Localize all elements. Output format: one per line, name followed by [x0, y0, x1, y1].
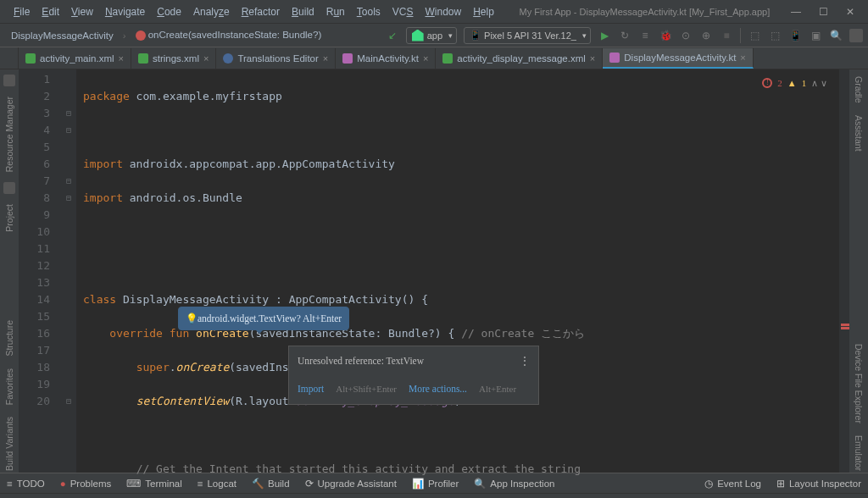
menu-code[interactable]: Code	[152, 3, 186, 20]
inspection-badge[interactable]: !2 ▲1 ∧ ∨	[762, 75, 827, 91]
menu-run[interactable]: Run	[321, 3, 350, 20]
debug-icon[interactable]: 🐞	[659, 29, 672, 42]
coverage-icon[interactable]: ⊙	[679, 29, 693, 42]
tab-strings[interactable]: strings.xml×	[131, 48, 216, 69]
android-icon	[412, 30, 424, 42]
kotlin-icon	[609, 53, 620, 63]
tool-project[interactable]: Project	[4, 202, 14, 234]
menu-view[interactable]: View	[66, 3, 98, 20]
sync-icon[interactable]: ↙	[386, 29, 399, 42]
breadcrumb[interactable]: DisplayMessageActivity › onCreate(savedI…	[5, 27, 327, 43]
left-tool-strip: Resource Manager Project Structure Favor…	[0, 69, 19, 473]
popup-title: Unresolved reference: TextView	[298, 352, 424, 369]
project-icon[interactable]	[3, 182, 15, 194]
tab-translations[interactable]: Translations Editor×	[216, 48, 336, 69]
menu-window[interactable]: Window	[420, 3, 466, 20]
run-icon[interactable]: ▶	[598, 29, 611, 42]
minimize-button[interactable]: —	[790, 6, 802, 18]
tool-device-explorer[interactable]: Device File Explorer	[854, 342, 864, 425]
menu-analyze[interactable]: Analyze	[188, 3, 235, 20]
line-gutter: 1234567891011121314151617181920	[19, 69, 61, 473]
attach-icon[interactable]: ⊕	[699, 29, 713, 42]
resource-mgr-icon[interactable]	[3, 75, 15, 86]
menu-help[interactable]: Help	[468, 3, 499, 20]
intention-popup[interactable]: Unresolved reference: TextView⋮ Import A…	[288, 346, 539, 405]
crumb-class[interactable]: DisplayMessageActivity	[5, 28, 120, 43]
close-icon[interactable]: ×	[323, 53, 328, 64]
run-config-select[interactable]: app	[406, 27, 457, 44]
xml-icon	[138, 53, 148, 64]
menu-edit[interactable]: Edit	[36, 3, 64, 20]
tab-activity-main[interactable]: activity_main.xml×	[19, 48, 131, 69]
menu-build[interactable]: Build	[287, 3, 320, 20]
code-editor[interactable]: 1234567891011121314151617181920 ⊟⊟⊟⊟⊟ pa…	[19, 69, 849, 473]
menu-tools[interactable]: Tools	[352, 3, 386, 20]
device-select[interactable]: 📱 Pixel 5 API 31 Ver.12_	[464, 27, 591, 44]
error-icon: !	[762, 78, 772, 88]
close-icon[interactable]: ×	[423, 53, 428, 64]
tool-emulator[interactable]: Emulator	[854, 434, 864, 473]
xml-icon	[442, 53, 453, 64]
import-action[interactable]: Import	[298, 380, 324, 397]
menu-file[interactable]: File	[8, 3, 35, 20]
tool-assistant[interactable]: Assistant	[854, 113, 864, 153]
menu-vcs[interactable]: VCS	[387, 3, 419, 20]
kotlin-icon	[342, 53, 353, 64]
warning-icon: ▲	[787, 75, 797, 91]
toolbar: DisplayMessageActivity › onCreate(savedI…	[0, 24, 868, 47]
tool-resource-manager[interactable]: Resource Manager	[4, 95, 14, 174]
close-button[interactable]: ✕	[844, 6, 856, 18]
tab-activity-display[interactable]: activity_display_message.xml×	[436, 48, 603, 69]
stop-icon[interactable]: ■	[720, 29, 733, 42]
maximize-button[interactable]: ☐	[817, 6, 829, 18]
menu-navigate[interactable]: Navigate	[100, 3, 150, 20]
globe-icon	[223, 53, 233, 64]
user-icon[interactable]	[849, 29, 863, 42]
tab-main-activity[interactable]: MainActivity.kt×	[336, 48, 436, 69]
code-area[interactable]: package com.example.myfirstapp import an…	[76, 69, 839, 473]
close-icon[interactable]: ×	[740, 53, 745, 63]
popup-more-icon[interactable]: ⋮	[520, 352, 530, 369]
profile-icon[interactable]: ≡	[638, 29, 652, 42]
right-tool-strip: Gradle Assistant Device File Explorer Em…	[849, 69, 868, 473]
close-icon[interactable]: ×	[590, 53, 595, 64]
tab-display-message-activity[interactable]: DisplayMessageActivity.kt×	[603, 48, 754, 69]
close-icon[interactable]: ×	[203, 53, 209, 64]
tool-gradle[interactable]: Gradle	[854, 75, 864, 105]
menu-refactor[interactable]: Refactor	[236, 3, 285, 20]
tool-todo[interactable]: ≡ TODO	[7, 479, 45, 489]
fold-gutter: ⊟⊟⊟⊟⊟	[61, 69, 76, 473]
menubar: File Edit View Navigate Code Analyze Ref…	[0, 3, 499, 20]
debug-step-icon[interactable]: ↻	[618, 29, 632, 42]
vcs-commit-icon[interactable]: ⬚	[768, 29, 782, 42]
close-icon[interactable]: ×	[119, 53, 124, 64]
more-actions[interactable]: More actions...	[409, 380, 467, 397]
tool-favorites[interactable]: Favorites	[4, 367, 14, 407]
sdk-icon[interactable]: ▣	[809, 29, 822, 42]
tab-bar: activity_main.xml× strings.xml× Translat…	[0, 47, 868, 69]
search-icon[interactable]: 🔍	[829, 29, 843, 42]
tool-structure[interactable]: Structure	[4, 318, 14, 358]
window-title: My First App - DisplayMessageActivity.kt…	[499, 7, 790, 17]
crumb-method[interactable]: onCreate(savedInstanceState: Bundle?)	[130, 27, 328, 43]
vcs-update-icon[interactable]: ⬚	[748, 29, 761, 42]
avd-icon[interactable]: 📱	[788, 29, 802, 42]
xml-icon	[25, 53, 36, 64]
tool-build-variants[interactable]: Build Variants	[4, 415, 14, 473]
quick-doc-tooltip: 💡android.widget.TextView? Alt+Enter	[178, 307, 349, 330]
titlebar: File Edit View Navigate Code Analyze Ref…	[0, 0, 868, 24]
error-stripe[interactable]	[839, 69, 849, 473]
